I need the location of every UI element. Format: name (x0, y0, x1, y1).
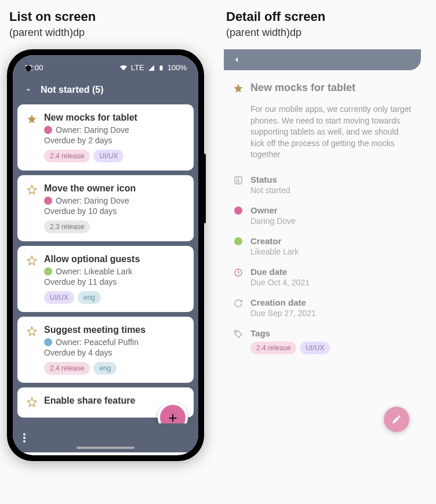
status-battery: 100% (168, 63, 187, 72)
svg-point-5 (236, 332, 237, 332)
status-icon (233, 176, 244, 185)
more-vert-icon[interactable] (23, 433, 26, 443)
svg-point-0 (23, 433, 26, 436)
star-icon[interactable] (27, 326, 37, 375)
card-tags: 2.3 release (44, 220, 184, 233)
task-card[interactable]: Move the owner icon Owner: Daring Dove O… (17, 175, 194, 241)
tag[interactable]: 2.4 release (250, 342, 296, 354)
tag[interactable]: eng (78, 291, 101, 304)
detail-row-due: Due date Due Oct 4, 2021 (233, 267, 412, 287)
card-due: Overdue by 2 days (44, 136, 184, 145)
right-heading: Detail off screen (226, 9, 429, 24)
star-icon[interactable] (27, 255, 37, 304)
tag[interactable]: 2.4 release (44, 362, 90, 375)
card-tags: 2.4 releaseeng (44, 362, 184, 375)
owner-dot-icon (44, 267, 52, 275)
detail-topbar[interactable] (224, 49, 421, 70)
detail-row-tags: Tags 2.4 releaseUI/UX (233, 328, 412, 354)
creator-icon (233, 237, 244, 245)
card-owner: Owner: Peaceful Puffin (44, 338, 184, 347)
svg-point-2 (23, 440, 26, 443)
detail-description: For our mobile apps, we currently only t… (250, 104, 412, 161)
home-indicator (77, 447, 135, 449)
tag[interactable]: UI/UX (93, 150, 123, 162)
right-sub: (parent width)dp (226, 27, 429, 39)
star-icon[interactable] (27, 184, 37, 233)
star-icon[interactable] (233, 83, 244, 96)
tag[interactable]: 2.4 release (44, 150, 90, 162)
card-title: Move the owner icon (44, 183, 184, 194)
tag-icon (233, 329, 244, 339)
detail-pane: New mocks for tablet For our mobile apps… (224, 49, 421, 444)
tag[interactable]: 2.3 release (44, 220, 90, 233)
list-header[interactable]: Not started (5) (13, 78, 198, 104)
card-due: Overdue by 10 days (44, 206, 184, 216)
card-title: Suggest meeting times (44, 325, 184, 335)
left-sub: (parent width)dp (9, 27, 212, 39)
signal-icon (148, 64, 155, 71)
card-owner: Owner: Daring Dove (44, 196, 184, 205)
battery-icon (158, 64, 164, 72)
owner-dot-icon (44, 126, 52, 134)
card-title: Enable share feature (44, 396, 184, 406)
tag[interactable]: UI/UX (300, 342, 330, 354)
owner-icon (233, 206, 244, 215)
list-header-title: Not started (5) (41, 85, 103, 95)
detail-row-creator: Creator Likeable Lark (233, 236, 412, 256)
card-due: Overdue by 4 days (44, 348, 184, 357)
detail-row-created: Creation date Due Sep 27, 2021 (233, 298, 412, 318)
status-bar: 12:00 LTE 100% (13, 55, 198, 78)
tag[interactable]: eng (93, 362, 117, 375)
status-time: 12:00 (24, 63, 43, 72)
task-card[interactable]: Suggest meeting times Owner: Peaceful Pu… (17, 317, 194, 383)
owner-dot-icon (44, 338, 52, 346)
task-card[interactable]: Allow optional guests Owner: Likeable La… (17, 246, 194, 312)
card-owner: Owner: Likeable Lark (44, 267, 184, 276)
phone-frame: 12:00 LTE 100% Not started (5) (7, 49, 204, 461)
card-tags: 2.4 releaseUI/UX (44, 150, 184, 162)
owner-dot-icon (44, 197, 52, 205)
fab-edit[interactable] (384, 407, 409, 432)
detail-row-status: Status Not started (233, 175, 412, 195)
card-owner: Owner: Daring Dove (44, 125, 184, 135)
detail-row-owner: Owner Daring Dove (233, 205, 412, 226)
card-tags: UI/UXeng (44, 291, 184, 304)
star-icon[interactable] (27, 114, 37, 162)
clock-icon (233, 268, 244, 277)
task-card[interactable]: New mocks for tablet Owner: Daring Dove … (17, 104, 194, 171)
pencil-icon (391, 414, 402, 425)
card-title: New mocks for tablet (44, 113, 184, 123)
wifi-icon (119, 64, 128, 71)
chevron-down-icon (24, 86, 32, 94)
left-heading: List on screen (9, 9, 212, 24)
card-due: Overdue by 11 days (44, 277, 184, 287)
status-lte: LTE (131, 63, 144, 72)
task-list[interactable]: New mocks for tablet Owner: Daring Dove … (13, 104, 198, 452)
back-icon[interactable] (232, 55, 241, 64)
refresh-icon (233, 299, 244, 308)
star-icon[interactable] (27, 397, 37, 409)
detail-title: New mocks for tablet (250, 82, 355, 96)
tag[interactable]: UI/UX (44, 291, 74, 304)
svg-point-1 (23, 437, 26, 439)
card-title: Allow optional guests (44, 254, 184, 264)
